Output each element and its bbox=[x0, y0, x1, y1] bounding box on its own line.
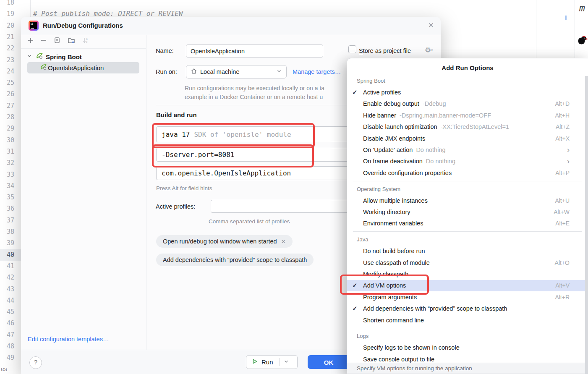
sort-alphabetically-button[interactable]: a z bbox=[81, 36, 90, 44]
line-number[interactable]: 45 bbox=[0, 307, 14, 316]
menu-item-on-update-action[interactable]: On 'Update' actionDo nothing› bbox=[347, 144, 588, 155]
close-icon[interactable]: ✕ bbox=[428, 21, 434, 30]
line-number[interactable]: 36 bbox=[0, 204, 14, 213]
line-number[interactable]: 42 bbox=[0, 273, 14, 282]
menu-item-environment-variables[interactable]: Environment variablesAlt+E bbox=[347, 218, 588, 229]
menu-item-modify-classpath[interactable]: Modify classpath bbox=[347, 268, 588, 280]
vm-options-field[interactable]: -Dserver.port=8081 bbox=[156, 148, 366, 162]
add-configuration-button[interactable] bbox=[26, 36, 35, 44]
store-as-project-file-label: Store as project file bbox=[359, 47, 411, 54]
help-button[interactable]: ? bbox=[29, 356, 42, 369]
line-number[interactable]: 49 bbox=[0, 353, 14, 362]
line-number[interactable]: 29 bbox=[0, 124, 14, 133]
intellij-logo-icon: IJ bbox=[29, 21, 39, 31]
menu-item-on-frame-deactivation[interactable]: On frame deactivationDo nothing› bbox=[347, 156, 588, 167]
jre-field[interactable]: java 17 SDK of 'openisle' module bbox=[156, 126, 366, 142]
menu-item-specify-logs-to-be-shown-in-console[interactable]: Specify logs to be shown in console bbox=[347, 342, 588, 353]
line-number[interactable]: 48 bbox=[0, 342, 14, 351]
panel-divider bbox=[146, 35, 146, 350]
line-number[interactable]: 39 bbox=[0, 238, 14, 248]
menu-item-use-classpath-of-module[interactable]: Use classpath of moduleAlt+O bbox=[347, 257, 588, 268]
line-number[interactable]: 21 bbox=[0, 32, 14, 42]
menu-item-label: Disable JMX endpoints bbox=[363, 135, 425, 142]
line-number[interactable]: 46 bbox=[0, 319, 14, 328]
tree-item-openisleapplication[interactable]: OpenIsleApplication bbox=[27, 62, 139, 73]
menu-item-shortcut: Alt+O bbox=[555, 259, 570, 266]
line-number[interactable]: 44 bbox=[0, 296, 14, 305]
menu-item-add-dependencies-with-provided-scope-to-classpath[interactable]: ✓Add dependencies with “provided” scope … bbox=[347, 303, 588, 314]
menu-item-hide-banner[interactable]: Hide banner-Dspring.main.banner-mode=OFF… bbox=[347, 110, 588, 121]
popup-menu: Spring Boot✓Active profilesEnable debug … bbox=[347, 75, 588, 365]
add-run-options-popup: Add Run Options Spring Boot✓Active profi… bbox=[347, 58, 588, 374]
menu-item-label: Modify classpath bbox=[363, 271, 408, 277]
copy-configuration-button[interactable] bbox=[53, 36, 61, 44]
menu-item-add-vm-options[interactable]: ✓Add VM optionsAlt+V bbox=[347, 280, 588, 291]
run-on-select[interactable]: Local machine bbox=[186, 65, 287, 78]
menu-item-shortcut: Alt+X bbox=[555, 135, 570, 142]
menu-item-disable-jmx-endpoints[interactable]: Disable JMX endpointsAlt+X bbox=[347, 133, 588, 144]
line-number[interactable]: 28 bbox=[0, 112, 14, 122]
line-number[interactable]: 35 bbox=[0, 193, 14, 202]
run-options-chevron-icon[interactable] bbox=[283, 358, 289, 366]
chevron-down-icon[interactable] bbox=[26, 52, 33, 61]
menu-item-label: Active profiles bbox=[363, 89, 401, 96]
menu-item-label: Allow multiple instances bbox=[363, 197, 428, 204]
popup-footer-hint: Specify VM options for running the appli… bbox=[347, 363, 588, 374]
line-number[interactable]: 33 bbox=[0, 170, 14, 179]
line-number[interactable]: 27 bbox=[0, 101, 14, 110]
line-number[interactable]: 32 bbox=[0, 158, 14, 167]
menu-item-active-profiles[interactable]: ✓Active profiles bbox=[347, 86, 588, 98]
remove-tag-icon[interactable]: ✕ bbox=[281, 238, 286, 245]
menu-item-override-configuration-properties[interactable]: Override configuration propertiesAlt+P bbox=[347, 167, 588, 178]
line-number[interactable]: 25 bbox=[0, 78, 14, 87]
line-number[interactable]: 19 bbox=[0, 9, 14, 18]
menu-item-label: Add dependencies with “provided” scope t… bbox=[363, 305, 507, 312]
run-button[interactable]: Run bbox=[246, 355, 298, 369]
main-class-field[interactable]: com.openisle.OpenIsleApplication bbox=[156, 166, 366, 180]
line-number[interactable]: 34 bbox=[0, 181, 14, 191]
edit-configuration-templates-link[interactable]: Edit configuration templates… bbox=[28, 336, 109, 343]
status-text-fragment: es bbox=[1, 366, 7, 372]
right-pane-text: m bbox=[579, 3, 585, 13]
check-icon: ✓ bbox=[352, 89, 363, 96]
menu-item-do-not-build-before-run[interactable]: Do not build before run bbox=[347, 245, 588, 256]
menu-item-shortcut: Alt+V bbox=[555, 282, 570, 289]
menu-item-enable-debug-output[interactable]: Enable debug output-DdebugAlt+D bbox=[347, 98, 588, 110]
line-number[interactable]: 23 bbox=[0, 55, 14, 65]
line-number[interactable]: 18 bbox=[0, 0, 14, 7]
menu-item-program-arguments[interactable]: Program argumentsAlt+R bbox=[347, 291, 588, 303]
menu-item-shorten-command-line[interactable]: Shorten command line bbox=[347, 314, 588, 326]
menu-item-shortcut: Alt+R bbox=[555, 294, 570, 301]
line-number[interactable]: 30 bbox=[0, 136, 14, 145]
menu-item-shortcut: Alt+P bbox=[555, 170, 570, 176]
menu-item-working-directory[interactable]: Working directoryAlt+W bbox=[347, 206, 588, 217]
gear-icon[interactable]: ⚙▾ bbox=[425, 46, 433, 55]
tag-open-run-tool-window: Open run/debug tool window when started … bbox=[156, 235, 293, 248]
new-folder-button[interactable] bbox=[67, 36, 76, 44]
line-number[interactable]: 40 bbox=[0, 250, 14, 259]
line-number[interactable]: 31 bbox=[0, 147, 14, 156]
ok-button[interactable]: OK bbox=[308, 355, 350, 369]
store-as-project-file-checkbox[interactable] bbox=[348, 45, 356, 53]
spring-boot-icon bbox=[36, 52, 43, 61]
menu-item-disable-launch-optimization[interactable]: Disable launch optimization-XX:TieredSto… bbox=[347, 121, 588, 133]
popup-title: Add Run Options bbox=[347, 58, 588, 75]
line-number[interactable]: 24 bbox=[0, 67, 14, 76]
line-number[interactable]: 22 bbox=[0, 44, 14, 53]
active-profiles-label: Active profiles: bbox=[156, 203, 195, 210]
menu-separator bbox=[347, 229, 588, 234]
line-number[interactable]: 20 bbox=[0, 21, 14, 30]
line-number[interactable]: 47 bbox=[0, 330, 14, 340]
menu-item-value: Do nothing bbox=[426, 158, 455, 165]
line-number[interactable]: 37 bbox=[0, 216, 14, 225]
name-input[interactable] bbox=[186, 44, 323, 58]
line-number[interactable]: 38 bbox=[0, 227, 14, 236]
line-number[interactable]: 41 bbox=[0, 262, 14, 271]
popup-scrollbar[interactable] bbox=[585, 76, 588, 374]
remove-configuration-button[interactable] bbox=[39, 36, 48, 44]
menu-item-allow-multiple-instances[interactable]: Allow multiple instancesAlt+U bbox=[347, 195, 588, 206]
line-number[interactable]: 26 bbox=[0, 89, 14, 99]
manage-targets-link[interactable]: Manage targets… bbox=[293, 68, 341, 75]
tree-item-spring-boot[interactable]: Spring Boot bbox=[26, 51, 82, 62]
line-number[interactable]: 43 bbox=[0, 285, 14, 294]
